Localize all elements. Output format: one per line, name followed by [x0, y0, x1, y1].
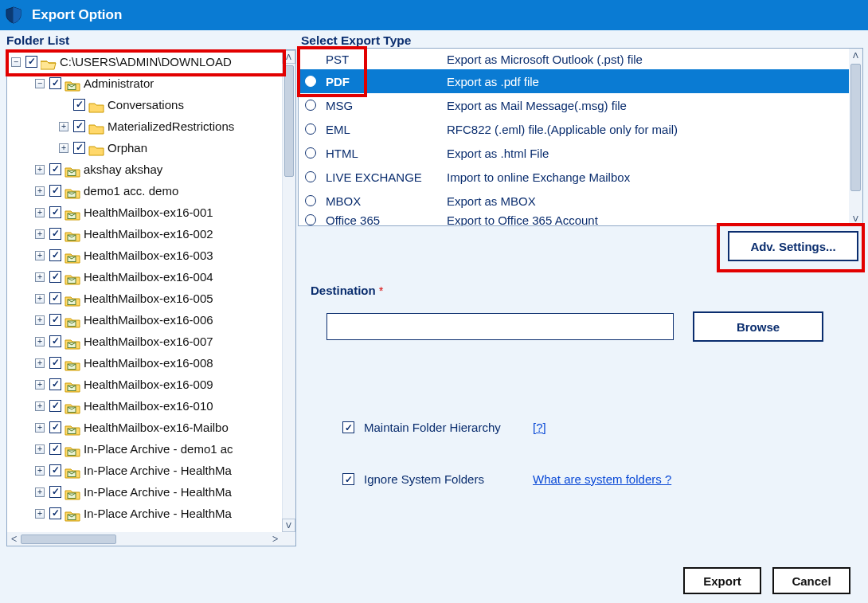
system-folders-help-link[interactable]: What are system folders ? — [533, 472, 671, 486]
type-scroll-thumb[interactable] — [850, 64, 861, 191]
tree-checkbox[interactable] — [49, 443, 61, 455]
tree-expander-icon[interactable]: + — [35, 229, 45, 239]
tree-expander-icon[interactable]: + — [35, 509, 45, 519]
export-type-radio[interactable] — [305, 171, 316, 182]
tree-row[interactable]: +MaterializedRestrictions — [8, 116, 282, 137]
tree-row[interactable]: +In-Place Archive - HealthMa — [8, 481, 282, 503]
export-button[interactable]: Export — [683, 567, 761, 594]
tree-checkbox[interactable] — [49, 464, 61, 476]
type-scroll-down-icon[interactable]: ᐯ — [849, 212, 862, 225]
folder-tree[interactable]: −C:\USERS\ADMIN\DOWNLOAD−AdministratorCo… — [8, 51, 282, 532]
tree-row[interactable]: +HealthMailbox-ex16-009 — [8, 374, 282, 395]
export-type-radio[interactable] — [305, 123, 316, 135]
export-type-radio[interactable] — [305, 214, 316, 225]
tree-row[interactable]: +demo1 acc. demo — [8, 180, 282, 202]
tree-checkbox[interactable] — [49, 228, 61, 240]
export-type-radio[interactable] — [305, 76, 316, 87]
tree-checkbox[interactable] — [49, 206, 61, 218]
tree-checkbox[interactable] — [49, 357, 61, 369]
export-type-radio[interactable] — [305, 147, 316, 159]
tree-checkbox[interactable] — [49, 400, 61, 412]
tree-expander-icon[interactable]: + — [35, 337, 45, 347]
tree-scroll-left-icon[interactable]: ᐸ — [7, 532, 21, 546]
tree-expander-icon[interactable]: + — [35, 294, 45, 303]
tree-expander-icon[interactable]: + — [35, 165, 45, 174]
tree-row[interactable]: −C:\USERS\ADMIN\DOWNLOAD — [8, 51, 282, 72]
export-type-row[interactable]: Office 365Export to Office 365 Account — [299, 213, 849, 225]
tree-scroll-track-vertical[interactable] — [282, 64, 295, 519]
tree-expander-icon[interactable]: + — [35, 186, 45, 196]
adv-settings-button[interactable]: Adv. Settings... — [728, 231, 858, 261]
tree-checkbox[interactable] — [49, 335, 61, 347]
tree-checkbox[interactable] — [49, 163, 61, 175]
cancel-button[interactable]: Cancel — [772, 567, 850, 594]
export-type-radio[interactable] — [305, 195, 316, 206]
tree-checkbox[interactable] — [49, 292, 61, 304]
tree-row[interactable]: +Orphan — [8, 137, 282, 159]
tree-expander-icon[interactable]: + — [35, 315, 45, 325]
tree-checkbox[interactable] — [49, 507, 61, 519]
tree-scroll-down-icon[interactable]: ᐯ — [282, 519, 295, 532]
tree-expander-icon[interactable]: − — [11, 57, 21, 67]
tree-scroll-horizontal[interactable]: ᐸ ᐳ — [7, 532, 295, 546]
tree-checkbox[interactable] — [49, 378, 61, 390]
tree-scroll-up-icon[interactable]: ᐱ — [282, 50, 295, 64]
maintain-hierarchy-help-link[interactable]: [?] — [533, 421, 546, 434]
export-type-row[interactable]: EMLRFC822 (.eml) file.(Applicable only f… — [299, 117, 849, 141]
tree-row[interactable]: +HealthMailbox-ex16-007 — [8, 331, 282, 352]
tree-scroll-thumb-horizontal[interactable] — [21, 534, 116, 544]
tree-scroll-right-icon[interactable]: ᐳ — [268, 532, 282, 546]
tree-checkbox[interactable] — [49, 314, 61, 326]
tree-row[interactable]: +HealthMailbox-ex16-008 — [8, 352, 282, 374]
tree-expander-icon[interactable]: + — [35, 487, 45, 497]
tree-checkbox[interactable] — [49, 249, 61, 261]
tree-expander-icon[interactable]: + — [35, 208, 45, 217]
tree-row[interactable]: +HealthMailbox-ex16-004 — [8, 266, 282, 288]
tree-expander-icon[interactable]: + — [59, 143, 68, 153]
tree-expander-icon[interactable]: + — [35, 272, 45, 282]
tree-row[interactable]: +In-Place Archive - demo1 ac — [8, 438, 282, 460]
tree-checkbox[interactable] — [73, 142, 85, 154]
export-type-row[interactable]: PSTExport as Microsoft Outlook (.pst) fi… — [299, 49, 849, 69]
browse-button[interactable]: Browse — [693, 311, 823, 342]
tree-row[interactable]: −Administrator — [8, 72, 282, 94]
export-type-row[interactable]: HTMLExport as .html File — [299, 141, 849, 165]
tree-row[interactable]: +HealthMailbox-ex16-005 — [8, 288, 282, 309]
tree-checkbox[interactable] — [49, 271, 61, 283]
tree-expander-icon[interactable]: + — [35, 444, 45, 454]
tree-row[interactable]: +In-Place Archive - HealthMa — [8, 460, 282, 481]
tree-row[interactable]: +HealthMailbox-ex16-002 — [8, 223, 282, 245]
tree-expander-icon[interactable]: + — [35, 380, 45, 390]
tree-row[interactable]: +In-Place Archive - HealthMa — [8, 503, 282, 524]
ignore-system-folders-checkbox[interactable] — [342, 473, 354, 485]
tree-expander-icon[interactable]: + — [35, 251, 45, 260]
destination-input[interactable] — [326, 313, 674, 340]
tree-checkbox[interactable] — [49, 421, 61, 433]
tree-checkbox[interactable] — [73, 120, 85, 132]
tree-row[interactable]: +HealthMailbox-ex16-003 — [8, 245, 282, 266]
export-type-list[interactable]: PSTExport as Microsoft Outlook (.pst) fi… — [299, 49, 849, 225]
tree-expander-icon[interactable]: − — [35, 79, 45, 88]
type-scrollbar[interactable]: ᐱ ᐯ — [849, 49, 862, 225]
export-type-radio[interactable] — [305, 100, 316, 111]
maintain-hierarchy-checkbox[interactable] — [342, 421, 354, 433]
tree-row[interactable]: +akshay akshay — [8, 159, 282, 180]
type-scroll-up-icon[interactable]: ᐱ — [849, 49, 862, 62]
tree-checkbox[interactable] — [25, 56, 37, 68]
export-type-row[interactable]: MSGExport as Mail Message(.msg) file — [299, 93, 849, 117]
export-type-row[interactable]: PDFExport as .pdf file — [299, 69, 849, 93]
tree-expander-icon[interactable]: + — [59, 122, 68, 131]
tree-row[interactable]: Conversations — [8, 94, 282, 116]
tree-row[interactable]: +HealthMailbox-ex16-Mailbo — [8, 417, 282, 438]
export-type-row[interactable]: LIVE EXCHANGEImport to online Exchange M… — [299, 165, 849, 189]
tree-expander-icon[interactable]: + — [35, 466, 45, 476]
tree-checkbox[interactable] — [49, 77, 61, 89]
tree-checkbox[interactable] — [49, 486, 61, 498]
tree-expander-icon[interactable]: + — [35, 401, 45, 411]
export-type-row[interactable]: MBOXExport as MBOX — [299, 189, 849, 213]
tree-expander-icon[interactable]: + — [35, 358, 45, 368]
tree-row[interactable]: +HealthMailbox-ex16-006 — [8, 309, 282, 331]
tree-row[interactable]: +HealthMailbox-ex16-001 — [8, 202, 282, 223]
tree-row[interactable]: +HealthMailbox-ex16-010 — [8, 395, 282, 417]
tree-expander-icon[interactable]: + — [35, 423, 45, 433]
